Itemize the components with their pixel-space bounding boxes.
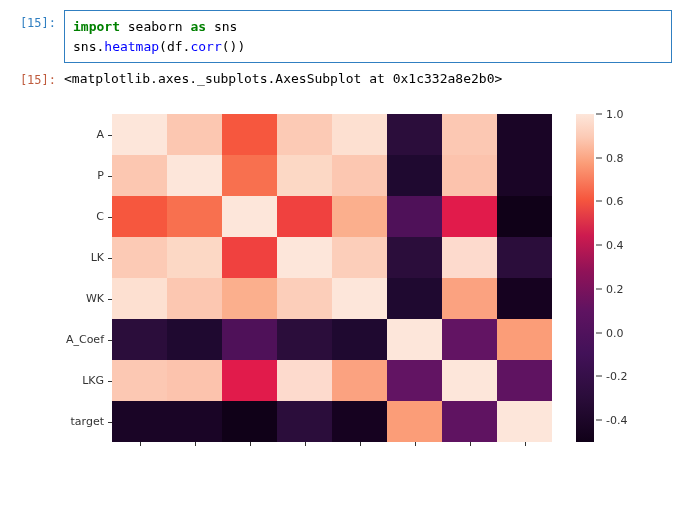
y-tick-label: WK xyxy=(64,278,108,319)
heatmap-cell xyxy=(332,155,387,196)
heatmap-cell xyxy=(277,237,332,278)
input-cell: [15]: import seaborn as sns sns.heatmap(… xyxy=(10,10,672,63)
heatmap-cell xyxy=(222,114,277,155)
colorbar-gradient xyxy=(576,114,594,442)
heatmap-cell xyxy=(332,237,387,278)
y-tick-label: C xyxy=(64,196,108,237)
heatmap-cell xyxy=(222,319,277,360)
input-prompt: [15]: xyxy=(10,10,64,63)
heatmap-cell xyxy=(112,319,167,360)
colorbar-tick: -0.4 xyxy=(596,414,627,427)
heatmap-cell xyxy=(167,114,222,155)
heatmap-cell xyxy=(387,278,442,319)
heatmap-cell xyxy=(497,360,552,401)
keyword-import: import xyxy=(73,19,120,34)
y-tick-label: target xyxy=(64,401,108,442)
heatmap-cell xyxy=(222,155,277,196)
heatmap-cell xyxy=(277,155,332,196)
heatmap-cell xyxy=(497,155,552,196)
keyword-as: as xyxy=(190,19,206,34)
heatmap-cell xyxy=(277,278,332,319)
heatmap-cell xyxy=(222,401,277,442)
heatmap-cell xyxy=(387,360,442,401)
y-tick-label: P xyxy=(64,155,108,196)
heatmap-cell xyxy=(167,401,222,442)
heatmap-grid xyxy=(112,114,552,442)
output-prompt: [15]: xyxy=(10,67,64,90)
heatmap-cell xyxy=(222,196,277,237)
heatmap-cell xyxy=(442,360,497,401)
heatmap-cell xyxy=(112,155,167,196)
heatmap-cell xyxy=(222,237,277,278)
heatmap-cell xyxy=(442,155,497,196)
colorbar-tick: 0.8 xyxy=(596,151,624,164)
fn-heatmap: heatmap xyxy=(104,39,159,54)
heatmap-cell xyxy=(332,360,387,401)
heatmap-cell xyxy=(387,155,442,196)
heatmap-cell xyxy=(497,237,552,278)
y-tick-label: LKG xyxy=(64,360,108,401)
heatmap-cell xyxy=(332,278,387,319)
colorbar-tick: 0.2 xyxy=(596,282,624,295)
fn-corr: corr xyxy=(190,39,221,54)
heatmap-cell xyxy=(442,196,497,237)
heatmap-cell xyxy=(497,196,552,237)
heatmap-cell xyxy=(112,278,167,319)
heatmap-cell xyxy=(387,319,442,360)
y-tick-label: LK xyxy=(64,237,108,278)
heatmap-cell xyxy=(387,114,442,155)
x-tick-marks xyxy=(112,442,552,446)
heatmap-cell xyxy=(497,278,552,319)
heatmap-cell xyxy=(222,360,277,401)
colorbar-axes: 1.00.80.60.40.20.0-0.2-0.4 xyxy=(576,114,594,442)
colorbar-tick: 0.0 xyxy=(596,326,624,339)
heatmap-cell xyxy=(442,401,497,442)
heatmap-cell xyxy=(332,401,387,442)
output-repr: <matplotlib.axes._subplots.AxesSubplot a… xyxy=(64,67,502,90)
heatmap-cell xyxy=(277,360,332,401)
heatmap-cell xyxy=(112,401,167,442)
heatmap-cell xyxy=(167,278,222,319)
heatmap-cell xyxy=(387,401,442,442)
colorbar-tick: 0.4 xyxy=(596,239,624,252)
heatmap-cell xyxy=(277,319,332,360)
heatmap-cell xyxy=(332,319,387,360)
colorbar-tick: 0.6 xyxy=(596,195,624,208)
heatmap-cell xyxy=(167,360,222,401)
heatmap-cell xyxy=(497,114,552,155)
code-editor[interactable]: import seaborn as sns sns.heatmap(df.cor… xyxy=(64,10,672,63)
heatmap-cell xyxy=(442,319,497,360)
heatmap-cell xyxy=(497,319,552,360)
heatmap-cell xyxy=(442,237,497,278)
heatmap-cell xyxy=(277,196,332,237)
heatmap-cell xyxy=(497,401,552,442)
y-tick-label: A xyxy=(64,114,108,155)
y-tick-marks xyxy=(108,114,112,442)
heatmap-cell xyxy=(222,278,277,319)
heatmap-cell xyxy=(277,114,332,155)
heatmap-cell xyxy=(442,114,497,155)
output-cell: [15]: <matplotlib.axes._subplots.AxesSub… xyxy=(10,67,672,90)
colorbar: 1.00.80.60.40.20.0-0.2-0.4 xyxy=(576,114,594,442)
heatmap-cell xyxy=(332,114,387,155)
heatmap-cell xyxy=(112,360,167,401)
y-axis-labels: APCLKWKA_CoefLKGtarget xyxy=(64,114,108,442)
heatmap-cell xyxy=(167,155,222,196)
heatmap-cell xyxy=(112,196,167,237)
heatmap-cell xyxy=(167,196,222,237)
y-tick-label: A_Coef xyxy=(64,319,108,360)
heatmap-cell xyxy=(112,237,167,278)
colorbar-tick: 1.0 xyxy=(596,108,624,121)
heatmap-figure: APCLKWKA_CoefLKGtarget APCLKWKA_CoefLKGt… xyxy=(64,94,672,442)
heatmap-cell xyxy=(167,237,222,278)
heatmap-cell xyxy=(387,196,442,237)
heatmap-cell xyxy=(277,401,332,442)
heatmap-cell xyxy=(442,278,497,319)
heatmap-axes: APCLKWKA_CoefLKGtarget APCLKWKA_CoefLKGt… xyxy=(112,114,552,442)
heatmap-cell xyxy=(332,196,387,237)
colorbar-tick: -0.2 xyxy=(596,370,627,383)
heatmap-cell xyxy=(167,319,222,360)
heatmap-cell xyxy=(387,237,442,278)
heatmap-cell xyxy=(112,114,167,155)
